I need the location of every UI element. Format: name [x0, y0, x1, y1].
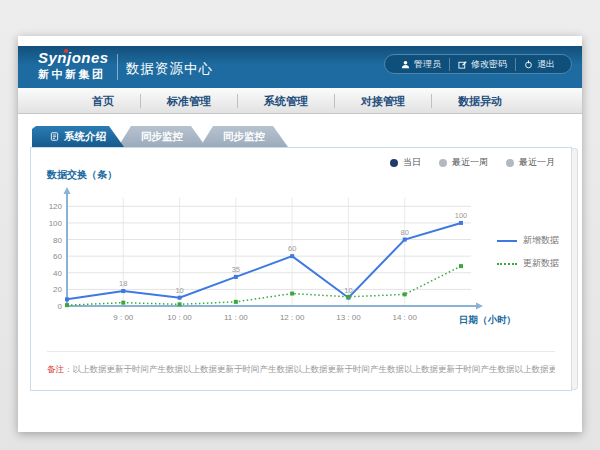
- legend-label: 更新数据: [523, 257, 559, 270]
- footnote-label: 备注: [47, 364, 64, 374]
- legend-new-data: 新增数据: [497, 234, 559, 247]
- nav-item-system-mgmt[interactable]: 系统管理: [238, 94, 335, 108]
- chart-legend: 新增数据 更新数据: [497, 234, 559, 280]
- svg-text:10 : 00: 10 : 00: [167, 313, 192, 322]
- radio-today[interactable]: 当日: [390, 156, 421, 169]
- edit-icon: [458, 60, 467, 69]
- svg-text:100: 100: [455, 211, 468, 220]
- footnote-text: ：以上数据更新于时间产生数据以上数据更新于时间产生数据以上数据更新于时间产生数据…: [64, 364, 555, 374]
- main-nav: 首页 标准管理 系统管理 对接管理 数据异动: [18, 88, 582, 114]
- time-range-radio-group: 当日 最近一周 最近一月: [390, 156, 555, 169]
- line-chart: 0204060801001209 : 0010 : 0011 : 0012 : …: [39, 184, 485, 336]
- user-menu: 管理员 修改密码 退出: [384, 54, 572, 74]
- logout-label: 退出: [537, 58, 555, 71]
- tab-system-intro[interactable]: 系统介绍: [32, 126, 124, 147]
- tab-sync-monitor-2[interactable]: 同步监控: [200, 126, 288, 147]
- nav-item-data-change[interactable]: 数据异动: [432, 94, 528, 108]
- logo-subtext: 新中新集团: [38, 68, 109, 80]
- svg-text:35: 35: [232, 265, 240, 274]
- change-password-label: 修改密码: [471, 58, 507, 71]
- radio-last-month[interactable]: 最近一月: [506, 156, 555, 169]
- svg-text:9 : 00: 9 : 00: [113, 313, 134, 322]
- radio-label: 当日: [403, 156, 421, 169]
- tab-label: 系统介绍: [64, 130, 106, 144]
- power-icon: [524, 60, 533, 69]
- svg-text:80: 80: [53, 236, 62, 245]
- svg-text:10: 10: [175, 286, 183, 295]
- synjones-logo: Synjones 新中新集团: [38, 50, 109, 80]
- svg-text:40: 40: [53, 269, 62, 278]
- app-header: Synjones 新中新集团 数据资源中心 管理员 修: [18, 46, 582, 88]
- radio-unselected-icon: [439, 159, 447, 167]
- change-password-button[interactable]: 修改密码: [450, 58, 516, 71]
- svg-text:11 : 00: 11 : 00: [224, 313, 248, 322]
- chart-panel: 当日 最近一周 最近一月 数据交换（条） 0204060801001209 : …: [30, 147, 572, 391]
- nav-item-standard-mgmt[interactable]: 标准管理: [141, 94, 238, 108]
- scrollbar[interactable]: [571, 148, 578, 390]
- svg-text:100: 100: [49, 219, 63, 228]
- legend-update-data: 更新数据: [497, 257, 559, 270]
- svg-text:20: 20: [53, 285, 62, 294]
- nav-item-home[interactable]: 首页: [66, 94, 141, 108]
- logout-button[interactable]: 退出: [516, 58, 563, 71]
- legend-label: 新增数据: [523, 234, 559, 247]
- footnote: 备注：以上数据更新于时间产生数据以上数据更新于时间产生数据以上数据更新于时间产生…: [47, 351, 555, 376]
- admin-user-label: 管理员: [414, 58, 441, 71]
- svg-text:14 : 00: 14 : 00: [392, 313, 417, 322]
- tab-label: 同步监控: [223, 130, 265, 144]
- svg-text:80: 80: [401, 228, 409, 237]
- person-icon: [401, 60, 410, 69]
- svg-text:0: 0: [58, 302, 63, 311]
- radio-last-week[interactable]: 最近一周: [439, 156, 488, 169]
- document-icon: [50, 131, 59, 143]
- admin-user-button[interactable]: 管理员: [393, 58, 450, 71]
- x-axis-title: 日期（小时）: [459, 314, 516, 327]
- logo-text: Synjones: [38, 49, 109, 66]
- tab-sync-monitor-1[interactable]: 同步监控: [118, 126, 206, 147]
- header-divider: [117, 54, 118, 80]
- svg-text:10: 10: [344, 286, 352, 295]
- svg-text:60: 60: [288, 244, 296, 253]
- tab-bar: 系统介绍 同步监控 同步监控: [32, 126, 282, 147]
- svg-text:120: 120: [49, 202, 63, 211]
- radio-unselected-icon: [506, 159, 514, 167]
- radio-selected-icon: [390, 159, 398, 167]
- svg-text:13 : 00: 13 : 00: [336, 313, 361, 322]
- svg-text:18: 18: [119, 279, 127, 288]
- tab-label: 同步监控: [141, 130, 183, 144]
- legend-line-solid-icon: [497, 240, 517, 242]
- desktop-background: Synjones 新中新集团 数据资源中心 管理员 修: [0, 0, 600, 450]
- y-axis-title: 数据交换（条）: [47, 168, 117, 182]
- legend-line-dotted-icon: [497, 263, 517, 265]
- site-title: 数据资源中心: [126, 60, 213, 78]
- svg-text:12 : 00: 12 : 00: [280, 313, 305, 322]
- logo-accent-dot-icon: [64, 49, 68, 53]
- nav-item-interface-mgmt[interactable]: 对接管理: [335, 94, 432, 108]
- browser-page: Synjones 新中新集团 数据资源中心 管理员 修: [18, 36, 582, 432]
- logo-wordmark: Synjones: [38, 50, 109, 67]
- radio-label: 最近一月: [519, 156, 555, 169]
- svg-text:60: 60: [53, 252, 62, 261]
- radio-label: 最近一周: [452, 156, 488, 169]
